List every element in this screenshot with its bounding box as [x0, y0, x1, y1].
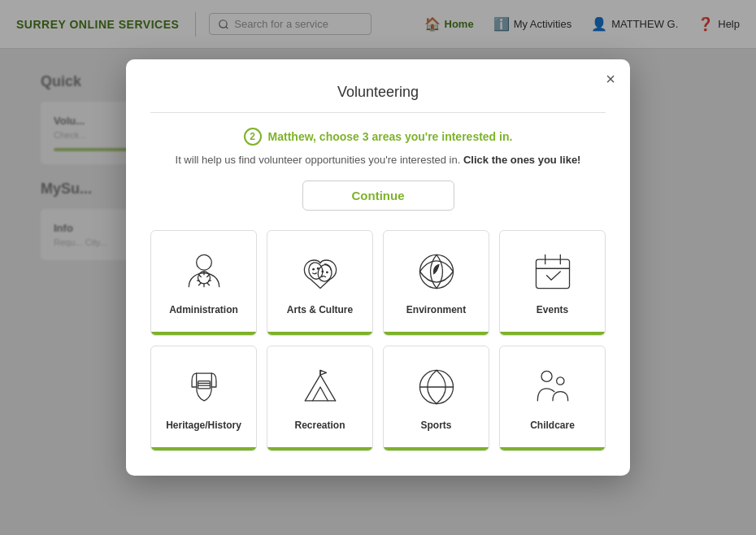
svg-point-24 — [556, 377, 563, 385]
arts-icon — [296, 247, 345, 296]
svg-marker-20 — [320, 370, 326, 375]
category-arts-culture[interactable]: Arts & Culture — [267, 230, 373, 336]
recreation-label: Recreation — [294, 420, 345, 431]
category-recreation[interactable]: Recreation — [267, 346, 373, 451]
modal-overlay: × Volunteering 2 Matthew, choose 3 areas… — [0, 0, 756, 535]
category-grid: Administration — [150, 230, 606, 451]
sports-bar — [384, 447, 489, 450]
administration-icon — [180, 247, 228, 296]
step-number: 2 — [244, 128, 262, 146]
category-childcare[interactable]: Childcare — [499, 346, 606, 451]
svg-point-2 — [196, 254, 211, 270]
modal-title: Volunteering — [150, 84, 606, 101]
modal-subtitle: It will help us find volunteer opportuni… — [150, 154, 606, 166]
svg-point-8 — [321, 271, 324, 273]
svg-rect-11 — [536, 259, 569, 288]
childcare-icon — [528, 363, 577, 411]
svg-point-6 — [312, 268, 315, 271]
recreation-bar — [267, 447, 372, 450]
administration-bar — [151, 332, 256, 335]
volunteering-modal: × Volunteering 2 Matthew, choose 3 areas… — [126, 59, 630, 476]
svg-line-25 — [552, 390, 554, 392]
close-button[interactable]: × — [606, 71, 615, 87]
childcare-label: Childcare — [530, 420, 575, 431]
svg-point-9 — [326, 272, 328, 274]
environment-icon — [412, 247, 461, 296]
continue-button[interactable]: Continue — [302, 181, 454, 211]
events-bar — [500, 332, 605, 335]
environment-bar — [384, 332, 489, 335]
sports-label: Sports — [420, 420, 451, 431]
svg-point-7 — [316, 268, 319, 270]
modal-subtitle-bold: Click the ones you like! — [463, 154, 581, 166]
sports-icon — [412, 363, 461, 411]
heritage-label: Heritage/History — [166, 420, 241, 431]
svg-point-23 — [541, 371, 552, 381]
step-text: Matthew, choose 3 areas you're intereste… — [268, 130, 513, 143]
arts-bar — [267, 332, 372, 335]
heritage-bar — [151, 447, 256, 450]
step-row: 2 Matthew, choose 3 areas you're interes… — [150, 128, 606, 146]
modal-subtitle-plain: It will help us find volunteer opportuni… — [176, 154, 461, 166]
arts-culture-label: Arts & Culture — [287, 304, 353, 315]
recreation-icon — [296, 363, 345, 411]
heritage-icon — [180, 363, 228, 411]
svg-rect-15 — [198, 381, 210, 389]
administration-label: Administration — [169, 304, 238, 315]
category-heritage[interactable]: Heritage/History — [150, 346, 257, 451]
svg-point-5 — [316, 263, 332, 282]
events-label: Events — [537, 304, 568, 315]
modal-divider — [150, 112, 606, 113]
category-sports[interactable]: Sports — [383, 346, 489, 451]
category-environment[interactable]: Environment — [383, 230, 489, 336]
childcare-bar — [500, 447, 605, 450]
category-administration[interactable]: Administration — [150, 230, 257, 336]
events-icon — [528, 247, 577, 296]
environment-label: Environment — [406, 304, 466, 315]
category-events[interactable]: Events — [499, 230, 606, 336]
